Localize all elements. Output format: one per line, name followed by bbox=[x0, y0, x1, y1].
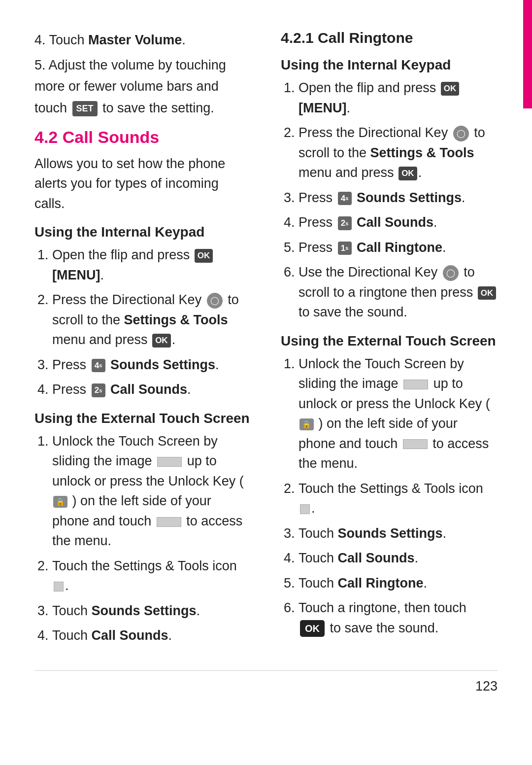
menu-label-2: [MENU] bbox=[299, 101, 346, 115]
settings-tools-label-2: Settings & Tools bbox=[370, 145, 474, 160]
unlock-key-icon-1: 🔒 bbox=[53, 496, 67, 508]
dir-key-icon-3: ◯ bbox=[443, 265, 459, 281]
left-external-touch-list: Unlock the Touch Screen by sliding the i… bbox=[34, 431, 251, 646]
left-external-item-3: Touch Sounds Settings. bbox=[52, 601, 251, 621]
right-external-item-5: Touch Call Ringtone. bbox=[299, 573, 498, 593]
call-sounds-label-4: Call Sounds bbox=[338, 551, 415, 565]
section-421-title: 4.2.1 Call Ringtone bbox=[281, 30, 498, 46]
num-btn-2-2: 2s bbox=[338, 216, 352, 230]
top-items: 4. Touch Master Volume. 5. Adjust the vo… bbox=[34, 30, 251, 119]
left-column: 4. Touch Master Volume. 5. Adjust the vo… bbox=[34, 30, 251, 651]
left-internal-item-2: Press the Directional Key ◯ to scroll to… bbox=[52, 290, 251, 350]
right-internal-item-5: Press 1s Call Ringtone. bbox=[299, 238, 498, 258]
slide-image-placeholder-2 bbox=[403, 380, 428, 389]
right-internal-item-4: Press 2s Call Sounds. bbox=[299, 212, 498, 233]
touch-image-placeholder-2 bbox=[403, 439, 428, 449]
right-internal-item-2: Press the Directional Key ◯ to scroll to… bbox=[299, 123, 498, 183]
left-internal-item-4: Press 2s Call Sounds. bbox=[52, 380, 251, 400]
set-button-icon: SET bbox=[72, 101, 98, 116]
right-external-touch-list: Unlock the Touch Screen by sliding the i… bbox=[281, 354, 498, 638]
right-column: 4.2.1 Call Ringtone Using the Internal K… bbox=[281, 30, 498, 651]
sounds-settings-label-4: Sounds Settings bbox=[338, 526, 443, 541]
settings-icon-placeholder-1 bbox=[54, 582, 64, 591]
right-internal-item-6: Use the Directional Key ◯ to scroll to a… bbox=[299, 262, 498, 322]
right-external-item-1: Unlock the Touch Screen by sliding the i… bbox=[299, 354, 498, 474]
left-internal-item-1: Open the flip and press OK [MENU]. bbox=[52, 245, 251, 285]
two-col-layout: 4. Touch Master Volume. 5. Adjust the vo… bbox=[34, 30, 498, 651]
touch-image-placeholder-1 bbox=[157, 517, 181, 527]
left-external-item-4: Touch Call Sounds. bbox=[52, 626, 251, 646]
ok-button-icon-3: OK bbox=[441, 82, 460, 96]
right-external-item-2: Touch the Settings & Tools icon . bbox=[299, 479, 498, 519]
ok-button-black: OK bbox=[300, 620, 325, 637]
right-internal-keypad-header: Using the Internal Keypad bbox=[281, 57, 498, 73]
num-btn-4-2: 4s bbox=[338, 192, 352, 206]
page-number: 123 bbox=[34, 670, 498, 694]
call-sounds-label-1: Call Sounds bbox=[110, 382, 187, 397]
item-5: 5. Adjust the volume by touching more or… bbox=[34, 55, 251, 119]
ok-button-icon-2: OK bbox=[152, 334, 171, 348]
ok-button-icon-1: OK bbox=[195, 249, 213, 263]
num-btn-1-1: 1s bbox=[338, 242, 352, 255]
call-ringtone-label-2: Call Ringtone bbox=[338, 576, 424, 591]
left-external-item-2: Touch the Settings & Tools icon . bbox=[52, 556, 251, 596]
call-ringtone-label-1: Call Ringtone bbox=[357, 240, 442, 255]
sounds-settings-label-1: Sounds Settings bbox=[110, 357, 215, 372]
item-4-num: 4. bbox=[34, 33, 49, 47]
left-internal-keypad-header: Using the Internal Keypad bbox=[34, 224, 251, 240]
right-external-touch-header: Using the External Touch Screen bbox=[281, 333, 498, 349]
page-container: 4. Touch Master Volume. 5. Adjust the vo… bbox=[0, 0, 532, 733]
sounds-settings-label-3: Sounds Settings bbox=[357, 190, 462, 205]
right-external-item-4: Touch Call Sounds. bbox=[299, 548, 498, 568]
settings-tools-label-1: Settings & Tools bbox=[124, 313, 228, 327]
right-internal-item-1: Open the flip and press OK [MENU]. bbox=[299, 78, 498, 118]
section-42-intro: Allows you to set how the phone alerts y… bbox=[34, 154, 251, 214]
right-external-item-3: Touch Sounds Settings. bbox=[299, 523, 498, 544]
call-sounds-label-3: Call Sounds bbox=[357, 215, 433, 230]
menu-label-1: [MENU] bbox=[52, 268, 100, 282]
right-internal-item-3: Press 4s Sounds Settings. bbox=[299, 188, 498, 208]
section-42-title: 4.2 Call Sounds bbox=[34, 128, 251, 147]
item-4: 4. Touch Master Volume. bbox=[34, 30, 251, 51]
right-internal-keypad-list: Open the flip and press OK [MENU]. Press… bbox=[281, 78, 498, 322]
accent-bar bbox=[523, 0, 532, 108]
left-internal-item-3: Press 4s Sounds Settings. bbox=[52, 355, 251, 375]
num-btn-2-1: 2s bbox=[92, 383, 105, 397]
sounds-settings-label-2: Sounds Settings bbox=[92, 603, 197, 618]
dir-key-icon-2: ◯ bbox=[453, 126, 469, 141]
unlock-key-icon-2: 🔒 bbox=[299, 418, 314, 431]
call-sounds-label-2: Call Sounds bbox=[92, 628, 168, 643]
right-external-item-6: Touch a ringtone, then touch OK to save … bbox=[299, 598, 498, 638]
ok-button-icon-4: OK bbox=[399, 167, 417, 180]
dir-key-icon-1: ◯ bbox=[207, 293, 223, 309]
slide-image-placeholder-1 bbox=[157, 457, 182, 467]
left-external-touch-header: Using the External Touch Screen bbox=[34, 411, 251, 426]
left-internal-keypad-list: Open the flip and press OK [MENU]. Press… bbox=[34, 245, 251, 400]
master-volume-label: Master Volume bbox=[88, 33, 182, 47]
item-5-num: 5. bbox=[34, 58, 49, 72]
ok-button-icon-5: OK bbox=[478, 286, 497, 300]
settings-icon-placeholder-2 bbox=[300, 504, 310, 514]
left-external-item-1: Unlock the Touch Screen by sliding the i… bbox=[52, 431, 251, 551]
num-btn-4-1: 4s bbox=[92, 359, 105, 373]
